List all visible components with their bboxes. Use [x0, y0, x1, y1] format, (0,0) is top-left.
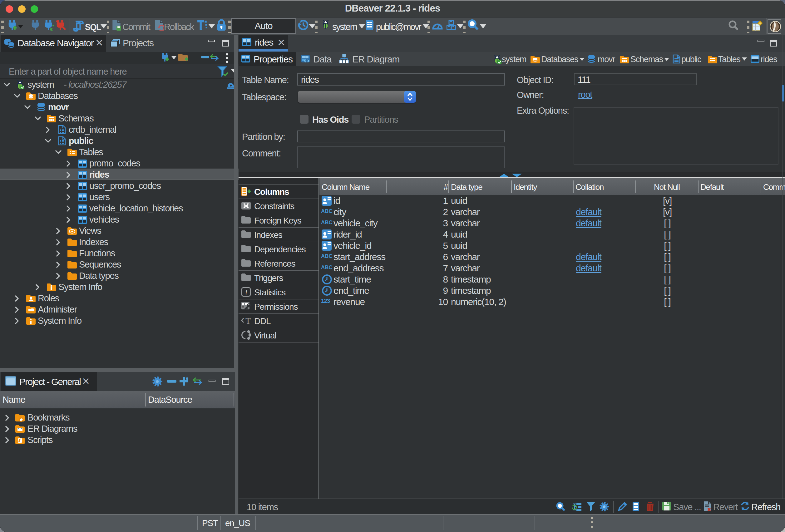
svg-text:T: T	[246, 316, 251, 326]
svg-text:i: i	[246, 288, 247, 296]
